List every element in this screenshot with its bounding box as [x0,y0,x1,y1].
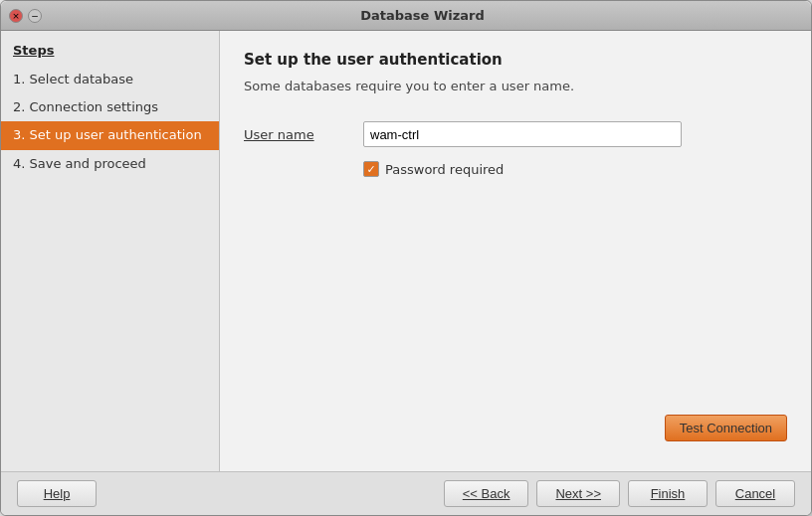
username-label: User name [244,127,363,142]
password-required-checkbox[interactable] [363,161,379,177]
sidebar-item-label: 3. Set up user authentication [13,127,202,142]
close-icon: × [12,11,20,21]
finish-button[interactable]: Finish [628,480,708,507]
cancel-button[interactable]: Cancel [715,480,795,507]
database-wizard-window: × − Database Wizard Steps 1. Select data… [0,0,812,516]
sidebar-item-user-auth[interactable]: 3. Set up user authentication [1,121,219,149]
footer: Help << Back Next >> Finish Cancel [1,471,811,515]
test-connection-button[interactable]: Test Connection [665,415,787,441]
footer-right: << Back Next >> Finish Cancel [444,480,795,507]
sidebar: Steps 1. Select database 2. Connection s… [1,31,220,471]
sidebar-heading: Steps [1,43,219,66]
test-connection-area: Test Connection [244,415,787,441]
window-title: Database Wizard [42,8,803,23]
password-required-label: Password required [385,162,504,177]
finish-label: Finish [651,486,686,501]
next-label: Next >> [555,486,601,501]
minimize-button[interactable]: − [28,9,42,23]
titlebar-buttons: × − [9,9,42,23]
next-button[interactable]: Next >> [536,480,620,507]
back-label: << Back [463,486,510,501]
minimize-icon: − [31,11,39,21]
sidebar-item-save-proceed[interactable]: 4. Save and proceed [1,150,219,178]
help-button[interactable]: Help [17,480,97,507]
cancel-label: Cancel [735,486,775,501]
username-row: User name [244,121,787,147]
back-button[interactable]: << Back [444,480,529,507]
titlebar: × − Database Wizard [1,1,811,31]
sidebar-item-label: 1. Select database [13,72,133,86]
password-required-checkbox-wrapper[interactable]: Password required [363,161,504,177]
page-title: Set up the user authentication [244,51,787,69]
main-panel: Set up the user authentication Some data… [220,31,811,471]
username-input[interactable] [363,121,682,147]
footer-left: Help [17,480,97,507]
sidebar-item-select-db[interactable]: 1. Select database [1,66,219,93]
sidebar-item-conn-settings[interactable]: 2. Connection settings [1,93,219,121]
password-required-row: Password required [363,161,787,177]
close-button[interactable]: × [9,9,23,23]
content-area: Steps 1. Select database 2. Connection s… [1,31,811,471]
page-subtitle: Some databases require you to enter a us… [244,79,787,93]
sidebar-item-label: 2. Connection settings [13,99,158,114]
help-label: Help [44,486,71,501]
spacer [244,177,787,415]
sidebar-item-label: 4. Save and proceed [13,156,146,171]
